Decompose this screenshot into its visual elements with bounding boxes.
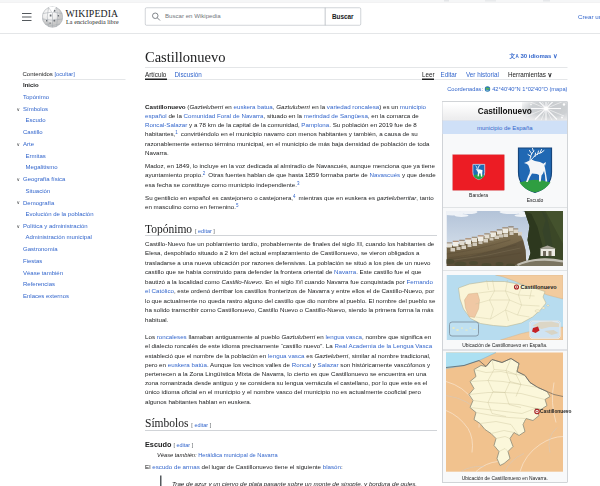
svg-text:Castillonuevo: Castillonuevo: [521, 284, 558, 290]
svg-text:Castillonuevo: Castillonuevo: [540, 409, 572, 414]
